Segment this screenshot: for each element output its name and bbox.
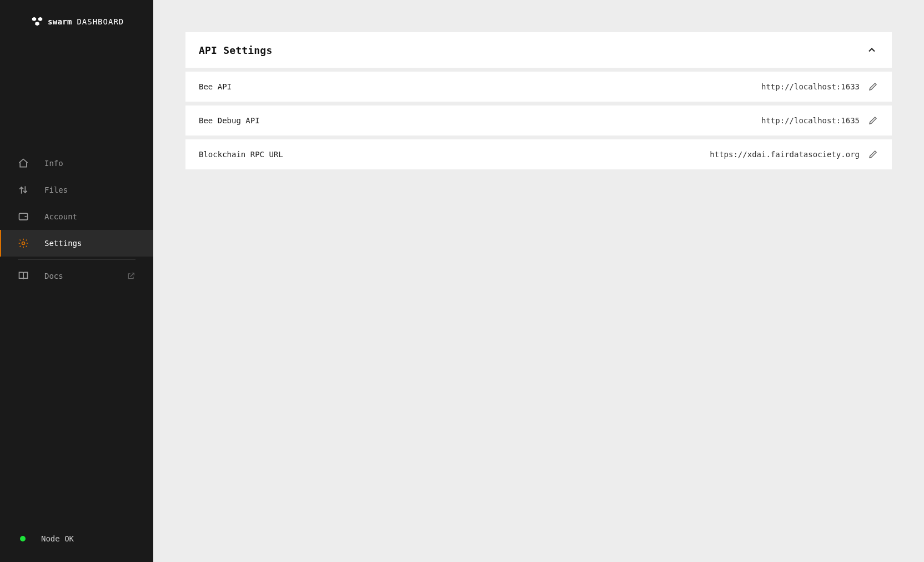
edit-button[interactable] (867, 149, 878, 160)
logo-brand: swarm (48, 17, 72, 26)
sidebar-item-label: Docs (44, 272, 111, 280)
external-link-icon (127, 272, 135, 280)
sidebar-item-account[interactable]: Account (0, 203, 153, 230)
sidebar-item-files[interactable]: Files (0, 177, 153, 203)
setting-value: http://localhost:1633 (761, 82, 860, 91)
setting-value-group: https://xdai.fairdatasociety.org (710, 149, 878, 160)
setting-value-group: http://localhost:1633 (761, 81, 878, 92)
nav-divider (18, 259, 135, 260)
wallet-icon (18, 211, 29, 222)
sidebar-item-label: Settings (44, 239, 135, 248)
section-title: API Settings (199, 44, 272, 56)
logo: swarm DASHBOARD (0, 0, 153, 39)
sidebar-item-label: Account (44, 212, 135, 221)
main-content: API Settings Bee API http://localhost:16… (153, 0, 924, 562)
settings-section-header[interactable]: API Settings (185, 32, 892, 68)
logo-text: swarm DASHBOARD (48, 17, 124, 26)
setting-label: Bee API (199, 82, 232, 91)
sidebar: swarm DASHBOARD Info (0, 0, 153, 562)
setting-row-bee-debug-api: Bee Debug API http://localhost:1635 (185, 106, 892, 136)
status-dot-icon (20, 536, 26, 541)
setting-row-bee-api: Bee API http://localhost:1633 (185, 72, 892, 102)
setting-label: Bee Debug API (199, 116, 260, 125)
sidebar-item-settings[interactable]: Settings (0, 230, 153, 257)
setting-row-blockchain-rpc: Blockchain RPC URL https://xdai.fairdata… (185, 139, 892, 169)
status-label: Node OK (41, 534, 74, 543)
setting-value: https://xdai.fairdatasociety.org (710, 150, 860, 159)
home-icon (18, 158, 29, 169)
edit-button[interactable] (867, 115, 878, 126)
gear-icon (18, 238, 29, 249)
sidebar-footer: Node OK (0, 526, 153, 562)
sidebar-item-docs[interactable]: Docs (0, 263, 153, 289)
sidebar-nav: Info Files (0, 150, 153, 289)
setting-value-group: http://localhost:1635 (761, 115, 878, 126)
svg-point-1 (22, 242, 25, 245)
node-status[interactable]: Node OK (0, 526, 153, 551)
pencil-icon (868, 149, 878, 159)
pencil-icon (868, 116, 878, 126)
arrows-updown-icon (18, 184, 29, 195)
sidebar-item-info[interactable]: Info (0, 150, 153, 177)
sidebar-item-label: Info (44, 159, 135, 168)
book-icon (18, 270, 29, 282)
swarm-logo-icon (31, 16, 43, 28)
chevron-up-icon[interactable] (865, 43, 878, 57)
app-root: swarm DASHBOARD Info (0, 0, 924, 562)
edit-button[interactable] (867, 81, 878, 92)
setting-label: Blockchain RPC URL (199, 150, 283, 159)
sidebar-item-label: Files (44, 185, 135, 194)
setting-value: http://localhost:1635 (761, 116, 860, 125)
pencil-icon (868, 82, 878, 92)
logo-sub: DASHBOARD (77, 17, 124, 26)
